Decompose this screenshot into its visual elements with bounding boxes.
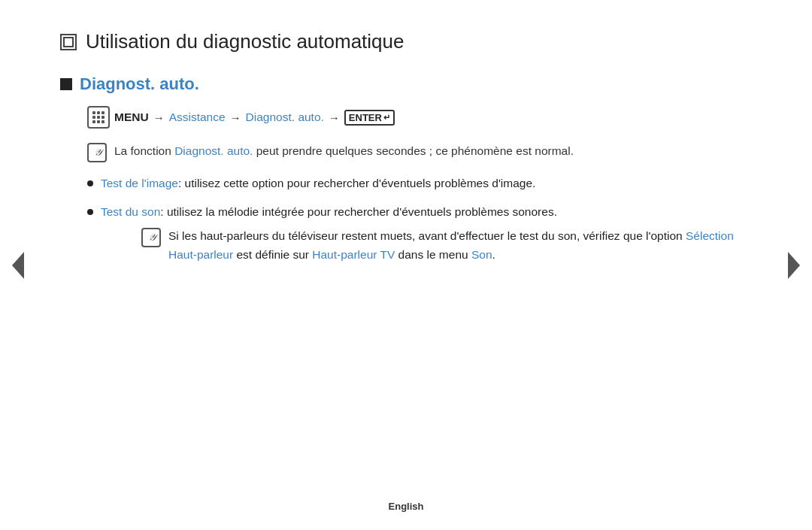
bullet-list: Test de l'image: utilisez cette option p… xyxy=(87,174,752,265)
svg-marker-2 xyxy=(788,252,800,279)
sub-note-end: . xyxy=(492,248,495,261)
footer: English xyxy=(0,501,812,512)
bullet-text-2-rest: : utilisez la mélodie intégrée pour rech… xyxy=(160,205,557,218)
note-block-1: 𝒴 La fonction Diagnost. auto. peut prend… xyxy=(87,142,752,162)
bullet-text-1-rest: : utilisez cette option pour rechercher … xyxy=(178,177,535,189)
nav-arrow-right[interactable] xyxy=(783,249,804,282)
menu-icon xyxy=(87,106,110,129)
menu-path: MENU → Assistance → Diagnost. auto. → EN… xyxy=(87,106,752,129)
checkbox-icon xyxy=(60,34,77,50)
haut-parleur-tv: Haut-parleur TV xyxy=(312,248,395,261)
bullet-item-2: Test du son: utilisez la mélodie intégré… xyxy=(87,203,752,265)
note-text-1: La fonction Diagnost. auto. peut prendre… xyxy=(114,142,574,160)
bullet-text-1: Test de l'image: utilisez cette option p… xyxy=(101,174,535,192)
section-title: Diagnost. auto. xyxy=(60,74,752,94)
bullet-item-1: Test de l'image: utilisez cette option p… xyxy=(87,174,752,192)
sub-note-text: Si les haut-parleurs du téléviseur reste… xyxy=(168,227,752,265)
svg-marker-1 xyxy=(12,252,24,279)
enter-label: ENTER↵ xyxy=(344,110,395,126)
arrow1: → xyxy=(153,111,165,124)
bullet-2-content: Test du son: utilisez la mélodie intégré… xyxy=(101,203,752,265)
test-son-label: Test du son xyxy=(101,205,160,218)
diagnost-auto-inline: Diagnost. auto. xyxy=(174,144,253,157)
menu-label: MENU xyxy=(114,111,149,124)
menu-step1: Assistance xyxy=(169,111,226,124)
test-image-label: Test de l'image xyxy=(101,177,178,189)
bullet-text-2: Test du son: utilisez la mélodie intégré… xyxy=(101,205,557,218)
bullet-dot-1 xyxy=(87,180,93,186)
son-label: Son xyxy=(471,248,492,261)
main-title: Utilisation du diagnostic automatique xyxy=(60,30,752,53)
nav-arrow-left[interactable] xyxy=(8,249,29,282)
main-title-text: Utilisation du diagnostic automatique xyxy=(86,30,404,53)
bullet-dot-2 xyxy=(87,209,93,215)
svg-rect-0 xyxy=(64,38,73,47)
note-icon-1: 𝒴 xyxy=(87,143,107,162)
menu-step2: Diagnost. auto. xyxy=(246,111,324,124)
note-icon-2: 𝒴 xyxy=(141,228,161,247)
sub-note-part3: dans le menu xyxy=(398,248,471,261)
sub-note-part2: est définie sur xyxy=(236,248,312,261)
section-title-text: Diagnost. auto. xyxy=(80,74,199,94)
black-square-icon xyxy=(60,78,72,90)
footer-text: English xyxy=(389,501,424,512)
page-container: Utilisation du diagnostic automatique Di… xyxy=(0,0,812,530)
sub-note-part1: Si les haut-parleurs du téléviseur reste… xyxy=(168,229,683,242)
sub-note: 𝒴 Si les haut-parleurs du téléviseur res… xyxy=(141,227,752,265)
arrow2: → xyxy=(230,111,241,124)
arrow3: → xyxy=(329,111,340,124)
